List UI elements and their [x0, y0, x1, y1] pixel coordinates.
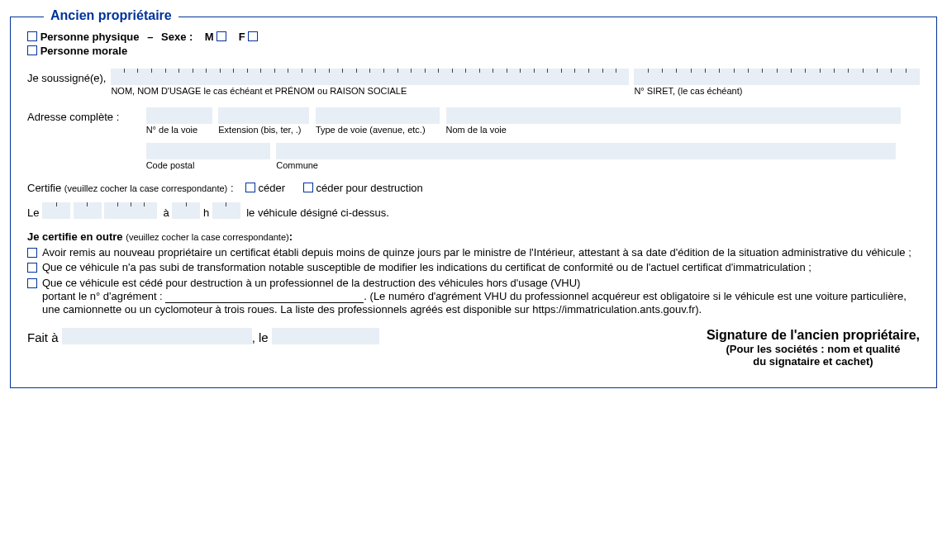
undersigned-row: Je soussigné(e), NOM, NOM D'USAGE le cas…: [27, 69, 920, 96]
cert3-line1: Que ce véhicule est cédé pour destructio…: [42, 277, 580, 289]
signature-sub1: (Pour les sociétés : nom et qualité: [707, 343, 920, 355]
person-moral-row: Personne morale: [27, 45, 920, 57]
address-label: Adresse complète :: [27, 107, 143, 123]
date-month-input[interactable]: [74, 202, 102, 219]
date-year-input[interactable]: [104, 202, 157, 219]
signature-block: Signature de l'ancien propriétaire, (Pou…: [707, 328, 920, 368]
code-postal-input[interactable]: [146, 143, 270, 159]
name-input[interactable]: [111, 69, 629, 85]
extension-input[interactable]: [218, 107, 309, 124]
former-owner-section: Ancien propriétaire Personne physique – …: [10, 17, 937, 388]
label-personne-morale: Personne morale: [40, 45, 128, 57]
date-time-row: Le à h le véhicule désigné ci-dessus.: [27, 202, 920, 219]
further-colon: :: [289, 230, 293, 243]
certify-label: Certifie: [27, 182, 64, 194]
footer-row: Signature de l'ancien propriétaire, (Pou…: [27, 328, 920, 368]
num-voie-hint: N° de la voie: [146, 125, 212, 135]
type-voie-hint: Type de voie (avenue, etc.): [316, 125, 440, 135]
checkbox-ceder-destruction[interactable]: [303, 183, 313, 192]
checkbox-personne-morale[interactable]: [27, 45, 37, 55]
checkbox-sexe-m[interactable]: [217, 31, 226, 41]
checkbox-ceder[interactable]: [245, 183, 255, 192]
nom-voie-input[interactable]: [446, 107, 901, 124]
further-hint: (veuillez cocher la case correspondante): [126, 232, 289, 242]
certify-colon: :: [227, 182, 233, 194]
type-voie-input[interactable]: [316, 107, 440, 124]
name-hint: NOM, NOM D'USAGE le cas échéant et PRÉNO…: [111, 86, 629, 96]
date-day-input[interactable]: [42, 202, 70, 219]
commune-input[interactable]: [276, 143, 896, 159]
certify-hint: (veuillez cocher la case correspondante): [64, 183, 228, 193]
label-sexe: Sexe :: [161, 31, 193, 43]
checkbox-sexe-f[interactable]: [248, 31, 258, 41]
further-items: Avoir remis au nouveau propriétaire un c…: [27, 246, 920, 316]
checkbox-cert2[interactable]: [27, 263, 37, 273]
signature-sub2: du signataire et cachet): [707, 355, 920, 368]
address-row2: Code postal Commune: [27, 143, 920, 170]
num-voie-input[interactable]: [146, 107, 212, 124]
certify-row: Certifie (veuillez cocher la case corres…: [27, 182, 920, 194]
section-title: Ancien propriétaire: [44, 8, 178, 23]
nom-voie-hint: Nom de la voie: [446, 125, 901, 135]
fait-a-input[interactable]: [62, 328, 252, 344]
commune-hint: Commune: [276, 160, 896, 170]
siret-input[interactable]: [634, 69, 920, 85]
siret-hint: N° SIRET, (le cas échéant): [634, 86, 920, 96]
time-hour-input[interactable]: [172, 202, 200, 219]
further-lead: Je certifie en outre: [27, 230, 126, 243]
label-personne-physique: Personne physique: [40, 31, 140, 43]
time-min-input[interactable]: [212, 202, 240, 219]
le-label: Le: [27, 206, 39, 219]
agrement-input[interactable]: [165, 292, 364, 303]
checkbox-personne-physique[interactable]: [27, 31, 37, 41]
fait-a-label: Fait à: [27, 330, 59, 344]
cert2-text: Que ce véhicule n'a pas subi de transfor…: [42, 261, 920, 274]
a-label: à: [164, 206, 169, 219]
label-ceder: céder: [259, 182, 286, 194]
footer-le-label: , le: [252, 330, 269, 344]
vehicle-tail: le véhicule désigné ci-dessus.: [246, 206, 389, 219]
further-lead-row: Je certifie en outre (veuillez cocher la…: [27, 230, 920, 243]
cert3-pre: portant le n° d'agrément :: [42, 290, 165, 302]
label-ceder-destruction: céder pour destruction: [316, 182, 422, 194]
code-postal-hint: Code postal: [146, 160, 270, 170]
cert3-text: Que ce véhicule est cédé pour destructio…: [42, 277, 920, 317]
extension-hint: Extension (bis, ter, .): [218, 125, 309, 135]
label-sexe-f: F: [239, 31, 245, 43]
signature-title: Signature de l'ancien propriétaire,: [707, 328, 920, 343]
checkbox-cert1[interactable]: [27, 248, 37, 258]
cert1-text: Avoir remis au nouveau propriétaire un c…: [42, 246, 920, 259]
dash: –: [147, 31, 153, 43]
checkbox-cert3[interactable]: [27, 278, 37, 288]
footer-date-input[interactable]: [272, 328, 379, 344]
h-label: h: [203, 206, 209, 219]
person-type-row: Personne physique – Sexe : M F: [27, 31, 920, 43]
label-sexe-m: M: [205, 31, 214, 43]
undersigned-label: Je soussigné(e),: [27, 69, 106, 84]
address-row1: Adresse complète : N° de la voie Extensi…: [27, 107, 920, 135]
